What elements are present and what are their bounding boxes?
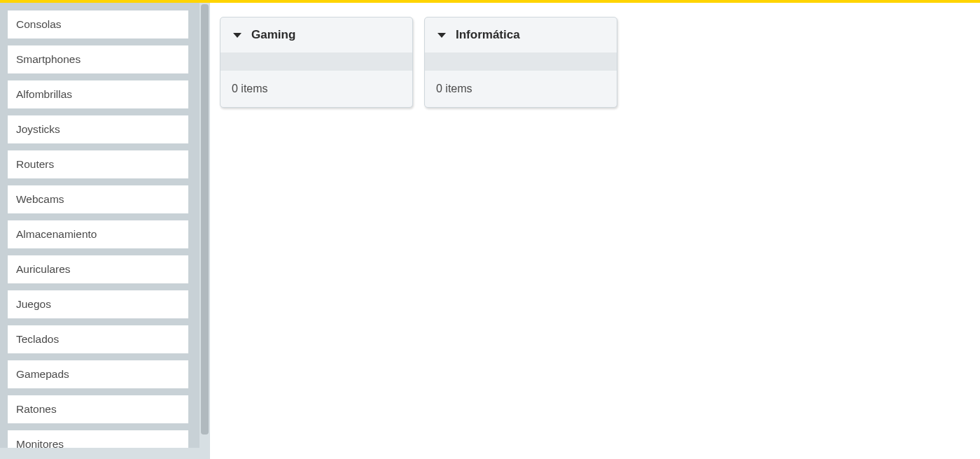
sidebar-item-label: Joysticks <box>16 123 60 136</box>
sidebar-item-label: Almacenamiento <box>16 228 97 241</box>
caret-down-icon <box>233 33 241 38</box>
card-footer: 0 items <box>220 71 412 107</box>
sidebar-item-auriculares[interactable]: Auriculares <box>7 255 189 284</box>
sidebar-item-consolas[interactable]: Consolas <box>7 10 189 39</box>
sidebar-item-webcams[interactable]: Webcams <box>7 185 189 214</box>
caret-down-icon <box>438 33 446 38</box>
sidebar-item-label: Juegos <box>16 298 51 311</box>
sidebar-item-label: Routers <box>16 158 54 171</box>
card-footer: 0 items <box>425 71 617 107</box>
card-header[interactable]: Gaming <box>220 17 412 52</box>
sidebar-item-ratones[interactable]: Ratones <box>7 395 189 424</box>
card-header[interactable]: Informática <box>425 17 617 52</box>
sidebar-item-gamepads[interactable]: Gamepads <box>7 360 189 389</box>
sidebar-item-label: Consolas <box>16 18 62 31</box>
card-items-count: 0 items <box>232 83 268 95</box>
card-items-count: 0 items <box>436 83 472 95</box>
card-drop-strip[interactable] <box>425 52 617 71</box>
sidebar-item-joysticks[interactable]: Joysticks <box>7 115 189 144</box>
sidebar-item-label: Alfombrillas <box>16 88 72 101</box>
sidebar-item-smartphones[interactable]: Smartphones <box>7 45 189 74</box>
sidebar-item-alfombrillas[interactable]: Alfombrillas <box>7 80 189 109</box>
sidebar-item-label: Webcams <box>16 193 64 206</box>
card-title: Gaming <box>251 28 295 42</box>
sidebar-scroll: Consolas Smartphones Alfombrillas Joysti… <box>0 3 200 451</box>
sidebar-item-routers[interactable]: Routers <box>7 150 189 179</box>
sidebar-item-label: Teclados <box>16 333 59 346</box>
sidebar: Consolas Smartphones Alfombrillas Joysti… <box>0 3 210 459</box>
card-title: Informática <box>456 28 520 42</box>
sidebar-scrollbar-thumb[interactable] <box>201 4 209 435</box>
sidebar-item-label: Gamepads <box>16 368 69 381</box>
sidebar-item-teclados[interactable]: Teclados <box>7 325 189 354</box>
sidebar-item-label: Ratones <box>16 403 57 416</box>
layout: Consolas Smartphones Alfombrillas Joysti… <box>0 3 980 459</box>
category-card-gaming: Gaming 0 items <box>220 17 413 108</box>
card-drop-strip[interactable] <box>220 52 412 71</box>
category-card-informatica: Informática 0 items <box>424 17 617 108</box>
sidebar-item-juegos[interactable]: Juegos <box>7 290 189 319</box>
sidebar-bottom-scrollbar[interactable] <box>0 448 210 459</box>
sidebar-scrollbar[interactable] <box>200 3 210 451</box>
main-area: Gaming 0 items Informática 0 items <box>210 3 980 459</box>
sidebar-item-label: Smartphones <box>16 53 80 66</box>
sidebar-item-label: Auriculares <box>16 263 71 276</box>
sidebar-list: Consolas Smartphones Alfombrillas Joysti… <box>7 10 200 451</box>
sidebar-item-almacenamiento[interactable]: Almacenamiento <box>7 220 189 249</box>
